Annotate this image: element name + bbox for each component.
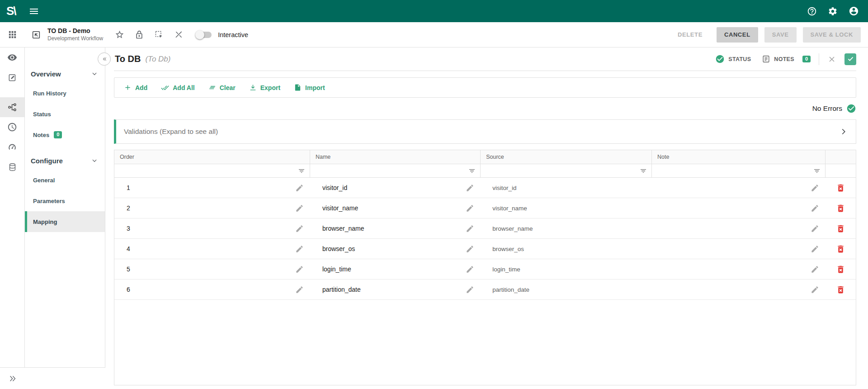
sidebar-item-notes[interactable]: Notes 0: [25, 124, 105, 145]
menu-icon[interactable]: [28, 6, 39, 17]
split-glyph-icon: [174, 30, 184, 39]
sidebar-item-general[interactable]: General: [25, 170, 105, 190]
app-logo[interactable]: S\: [6, 4, 16, 18]
no-errors-row: No Errors: [114, 98, 856, 119]
save-lock-button[interactable]: SAVE & LOCK: [803, 27, 861, 43]
gauge-icon[interactable]: [0, 137, 24, 157]
row-order-value: 5: [114, 266, 130, 273]
sidebar-item-run-history[interactable]: Run History: [25, 83, 105, 104]
cell-name: visitor_name: [310, 198, 481, 218]
edit-order-icon[interactable]: [295, 285, 310, 294]
delete-row-icon[interactable]: [836, 244, 845, 254]
status-button[interactable]: STATUS: [715, 54, 751, 64]
node-type-icon: [31, 30, 41, 40]
cell-actions: [826, 218, 856, 238]
close-icon[interactable]: [827, 55, 836, 64]
sidebar-item-parameters[interactable]: Parameters: [25, 190, 105, 211]
delete-row-icon[interactable]: [836, 265, 845, 274]
sidebar-item-mapping[interactable]: Mapping: [25, 211, 105, 232]
account-icon[interactable]: [849, 6, 859, 16]
edit-note-icon[interactable]: [811, 204, 826, 213]
workflow-toolbar: TO DB - Demo Development Workflow Intera…: [0, 22, 868, 47]
edit-name-icon[interactable]: [466, 184, 481, 192]
visibility-icon[interactable]: [0, 47, 24, 67]
topbar-right: [807, 6, 859, 16]
node-checkbox[interactable]: [844, 53, 856, 65]
gear-icon: [828, 6, 838, 16]
status-check-circle-icon: [715, 54, 725, 64]
edit-name-icon[interactable]: [466, 285, 481, 294]
row-name-value: browser_os: [310, 245, 355, 252]
cancel-button[interactable]: CANCEL: [717, 27, 758, 43]
action-label: Add All: [173, 84, 194, 91]
validations-accordion[interactable]: Validations (Expand to see all): [114, 119, 856, 144]
add-all-button[interactable]: Add All: [154, 80, 201, 95]
sidebar-item-status[interactable]: Status: [25, 104, 105, 124]
edit-order-icon[interactable]: [295, 245, 310, 253]
delete-button[interactable]: DELETE: [670, 27, 710, 43]
sidebar-item-label: Run History: [33, 90, 66, 97]
edit-note-icon[interactable]: [811, 265, 826, 274]
split-icon[interactable]: [174, 30, 184, 39]
settings-icon[interactable]: [828, 6, 838, 16]
cell-name: partition_date: [310, 280, 481, 299]
edit-name-icon[interactable]: [466, 224, 481, 233]
delete-row-icon[interactable]: [836, 285, 845, 294]
chevron-down-icon: [90, 157, 99, 165]
add-button[interactable]: Add: [117, 80, 154, 95]
delete-row-icon[interactable]: [836, 204, 845, 213]
import-button[interactable]: Import: [287, 80, 332, 95]
export-button[interactable]: Export: [242, 80, 287, 95]
sidebar-section-overview[interactable]: Overview: [25, 65, 105, 83]
select-area-icon[interactable]: [154, 30, 164, 39]
notes-button[interactable]: NOTES 0: [762, 55, 811, 63]
lock-icon[interactable]: [135, 30, 144, 39]
column-header-order[interactable]: Order: [114, 150, 310, 164]
topbar: S\: [0, 0, 868, 22]
edit-order-icon[interactable]: [295, 265, 310, 274]
row-name-value: visitor_name: [310, 204, 358, 212]
node-header-right: STATUS NOTES 0: [715, 53, 856, 65]
edit-icon[interactable]: [0, 67, 24, 87]
edit-note-icon[interactable]: [811, 285, 826, 294]
edit-name-icon[interactable]: [466, 265, 481, 274]
delete-row-icon[interactable]: [836, 224, 845, 233]
edit-note-icon[interactable]: [811, 224, 826, 233]
edit-order-icon[interactable]: [295, 204, 310, 213]
edit-order-icon[interactable]: [295, 224, 310, 233]
filter-source[interactable]: [481, 164, 652, 177]
column-header-source[interactable]: Source: [481, 150, 652, 164]
double-chevron-left-icon: [100, 55, 108, 63]
edit-name-icon[interactable]: [466, 245, 481, 253]
filter-order[interactable]: [114, 164, 310, 177]
collapse-panel-button[interactable]: [98, 52, 111, 66]
save-button[interactable]: SAVE: [764, 27, 797, 43]
interactive-toggle[interactable]: [195, 30, 212, 39]
pipeline-icon[interactable]: [0, 97, 24, 117]
edit-name-icon[interactable]: [466, 204, 481, 213]
edit-note-icon[interactable]: [811, 245, 826, 253]
favorite-star-icon[interactable]: [115, 30, 124, 39]
sidebar-section-configure[interactable]: Configure: [25, 152, 105, 170]
delete-row-icon[interactable]: [836, 183, 845, 193]
help-icon[interactable]: [807, 6, 817, 16]
filter-name[interactable]: [310, 164, 481, 177]
database-icon[interactable]: [0, 157, 24, 177]
clear-button[interactable]: Clear: [202, 80, 242, 95]
table-row: 4 browser_os browser_os: [114, 239, 856, 259]
file-icon: [294, 84, 302, 91]
table-row: 5 login_time login_time: [114, 259, 856, 280]
edit-order-icon[interactable]: [295, 184, 310, 192]
column-header-note[interactable]: Note: [652, 150, 826, 164]
apps-grid-icon[interactable]: [7, 29, 18, 40]
row-name-value: visitor_id: [310, 184, 347, 191]
filter-icon: [640, 167, 647, 175]
column-header-name[interactable]: Name: [310, 150, 481, 164]
edit-note-icon[interactable]: [811, 184, 826, 192]
expand-panel-icon[interactable]: [0, 374, 25, 383]
history-icon[interactable]: [0, 117, 24, 137]
apps-glyph-icon: [7, 29, 18, 40]
no-errors-check-circle-icon: [846, 104, 856, 114]
workflow-actions: DELETE CANCEL SAVE SAVE & LOCK: [670, 27, 861, 43]
filter-note[interactable]: [652, 164, 826, 177]
